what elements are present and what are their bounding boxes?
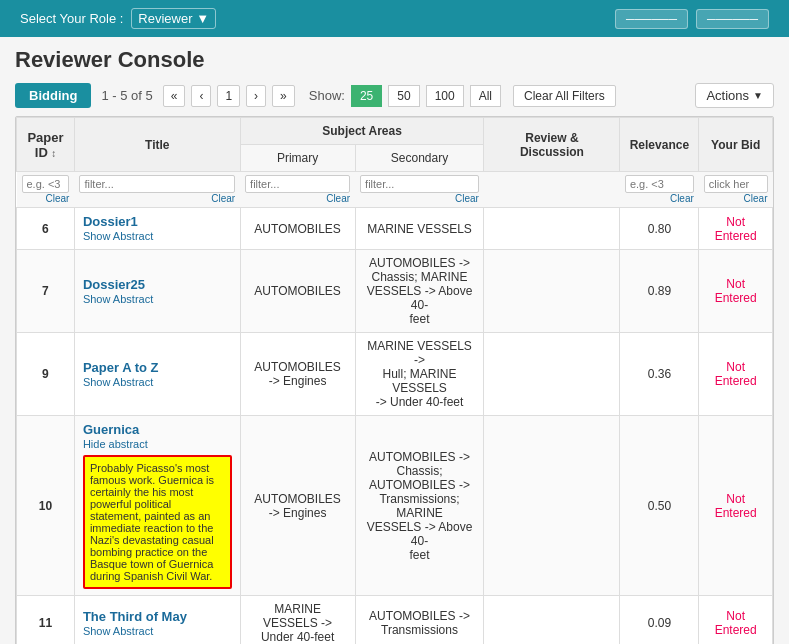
cell-relevance: 0.80 bbox=[620, 208, 699, 250]
col-title: Title bbox=[74, 118, 240, 172]
top-bar: Select Your Role : Reviewer ▼ ────── ───… bbox=[0, 0, 789, 37]
cell-relevance: 0.09 bbox=[620, 596, 699, 645]
nav-btn-1[interactable]: ────── bbox=[615, 9, 688, 29]
cell-your-bid[interactable]: Not Entered bbox=[699, 333, 773, 416]
cell-review-discussion bbox=[484, 333, 620, 416]
table-row: 10GuernicaHide abstractProbably Picasso'… bbox=[17, 416, 773, 596]
cell-secondary: MARINE VESSELS -> Hull; MARINE VESSELS -… bbox=[355, 333, 484, 416]
cell-paper-id: 7 bbox=[17, 250, 75, 333]
clear-title-link[interactable]: Clear bbox=[79, 193, 235, 204]
role-dropdown[interactable]: Reviewer ▼ bbox=[131, 8, 216, 29]
show-label: Show: bbox=[309, 88, 345, 103]
first-page-btn[interactable]: « bbox=[163, 85, 186, 107]
cell-primary: MARINE VESSELS -> Under 40-feet bbox=[240, 596, 355, 645]
filter-title-input[interactable] bbox=[79, 175, 235, 193]
header-row-1: Paper ID ↕ Title Subject Areas Review & … bbox=[17, 118, 773, 145]
cell-secondary: AUTOMOBILES -> Chassis; AUTOMOBILES -> T… bbox=[355, 416, 484, 596]
cell-primary: AUTOMOBILES bbox=[240, 250, 355, 333]
toolbar: Bidding 1 - 5 of 5 « ‹ 1 › » Show: 25 50… bbox=[15, 83, 774, 108]
toggle-abstract-link[interactable]: Show Abstract bbox=[83, 293, 153, 305]
show-all-btn[interactable]: All bbox=[470, 85, 501, 107]
cell-secondary: MARINE VESSELS bbox=[355, 208, 484, 250]
toggle-abstract-link[interactable]: Show Abstract bbox=[83, 376, 153, 388]
cell-review-discussion bbox=[484, 250, 620, 333]
clear-bid-link[interactable]: Clear bbox=[704, 193, 768, 204]
filter-review-cell bbox=[484, 172, 620, 208]
cell-title: Dossier25Show Abstract bbox=[74, 250, 240, 333]
actions-label: Actions bbox=[706, 88, 749, 103]
show-25-btn[interactable]: 25 bbox=[351, 85, 382, 107]
bid-tab[interactable]: Bidding bbox=[15, 83, 91, 108]
pagination-info: 1 - 5 of 5 bbox=[101, 88, 152, 103]
cell-paper-id: 9 bbox=[17, 333, 75, 416]
cell-secondary: AUTOMOBILES -> Transmissions bbox=[355, 596, 484, 645]
toggle-abstract-link[interactable]: Show Abstract bbox=[83, 230, 153, 242]
table-row: 6Dossier1Show AbstractAUTOMOBILESMARINE … bbox=[17, 208, 773, 250]
papers-table-container: Paper ID ↕ Title Subject Areas Review & … bbox=[15, 116, 774, 644]
filter-primary-cell: Clear bbox=[240, 172, 355, 208]
table-row: 11The Third of MayShow AbstractMARINE VE… bbox=[17, 596, 773, 645]
filter-paper-id-input[interactable] bbox=[22, 175, 70, 193]
paper-title: Dossier1 bbox=[83, 214, 138, 229]
table-row: 9Paper A to ZShow AbstractAUTOMOBILES ->… bbox=[17, 333, 773, 416]
filter-row: Clear Clear Clear Clear bbox=[17, 172, 773, 208]
current-page-btn[interactable]: 1 bbox=[217, 85, 240, 107]
actions-btn[interactable]: Actions ▼ bbox=[695, 83, 774, 108]
papers-table: Paper ID ↕ Title Subject Areas Review & … bbox=[16, 117, 773, 644]
filter-bid-cell: Clear bbox=[699, 172, 773, 208]
col-subject-areas: Subject Areas bbox=[240, 118, 484, 145]
cell-paper-id: 10 bbox=[17, 416, 75, 596]
clear-paper-id-link[interactable]: Clear bbox=[22, 193, 70, 204]
col-relevance: Relevance bbox=[620, 118, 699, 172]
col-secondary: Secondary bbox=[355, 145, 484, 172]
cell-relevance: 0.89 bbox=[620, 250, 699, 333]
cell-review-discussion bbox=[484, 416, 620, 596]
cell-title: Dossier1Show Abstract bbox=[74, 208, 240, 250]
paper-title: Dossier25 bbox=[83, 277, 145, 292]
page-content: Reviewer Console Bidding 1 - 5 of 5 « ‹ … bbox=[0, 37, 789, 644]
filter-primary-input[interactable] bbox=[245, 175, 350, 193]
col-review-discussion: Review & Discussion bbox=[484, 118, 620, 172]
cell-title: The Third of MayShow Abstract bbox=[74, 596, 240, 645]
cell-relevance: 0.36 bbox=[620, 333, 699, 416]
page-title: Reviewer Console bbox=[15, 47, 774, 73]
sort-arrow-paper-id[interactable]: ↕ bbox=[51, 148, 56, 159]
cell-your-bid[interactable]: Not Entered bbox=[699, 596, 773, 645]
abstract-box: Probably Picasso's most famous work. Gue… bbox=[83, 455, 232, 589]
cell-your-bid[interactable]: Not Entered bbox=[699, 250, 773, 333]
cell-your-bid[interactable]: Not Entered bbox=[699, 208, 773, 250]
cell-primary: AUTOMOBILES -> Engines bbox=[240, 416, 355, 596]
next-page-btn[interactable]: › bbox=[246, 85, 266, 107]
cell-relevance: 0.50 bbox=[620, 416, 699, 596]
toggle-abstract-link[interactable]: Show Abstract bbox=[83, 625, 153, 637]
filter-secondary-input[interactable] bbox=[360, 175, 479, 193]
cell-primary: AUTOMOBILES -> Engines bbox=[240, 333, 355, 416]
table-row: 7Dossier25Show AbstractAUTOMOBILESAUTOMO… bbox=[17, 250, 773, 333]
show-50-btn[interactable]: 50 bbox=[388, 85, 419, 107]
cell-secondary: AUTOMOBILES -> Chassis; MARINE VESSELS -… bbox=[355, 250, 484, 333]
paper-title: Guernica bbox=[83, 422, 139, 437]
filter-relevance-input[interactable] bbox=[625, 175, 694, 193]
clear-secondary-link[interactable]: Clear bbox=[360, 193, 479, 204]
clear-primary-link[interactable]: Clear bbox=[245, 193, 350, 204]
show-100-btn[interactable]: 100 bbox=[426, 85, 464, 107]
cell-review-discussion bbox=[484, 596, 620, 645]
actions-caret: ▼ bbox=[753, 90, 763, 101]
cell-title: GuernicaHide abstractProbably Picasso's … bbox=[74, 416, 240, 596]
cell-title: Paper A to ZShow Abstract bbox=[74, 333, 240, 416]
toggle-abstract-link[interactable]: Hide abstract bbox=[83, 438, 148, 450]
col-your-bid: Your Bid bbox=[699, 118, 773, 172]
filter-secondary-cell: Clear bbox=[355, 172, 484, 208]
filter-bid-input[interactable] bbox=[704, 175, 768, 193]
cell-your-bid[interactable]: Not Entered bbox=[699, 416, 773, 596]
nav-btn-2[interactable]: ────── bbox=[696, 9, 769, 29]
clear-relevance-link[interactable]: Clear bbox=[625, 193, 694, 204]
last-page-btn[interactable]: » bbox=[272, 85, 295, 107]
filter-paper-id-cell: Clear bbox=[17, 172, 75, 208]
col-paper-id: Paper ID ↕ bbox=[17, 118, 75, 172]
clear-all-filters-btn[interactable]: Clear All Filters bbox=[513, 85, 616, 107]
paper-title: The Third of May bbox=[83, 609, 187, 624]
cell-paper-id: 6 bbox=[17, 208, 75, 250]
prev-page-btn[interactable]: ‹ bbox=[191, 85, 211, 107]
filter-title-cell: Clear bbox=[74, 172, 240, 208]
